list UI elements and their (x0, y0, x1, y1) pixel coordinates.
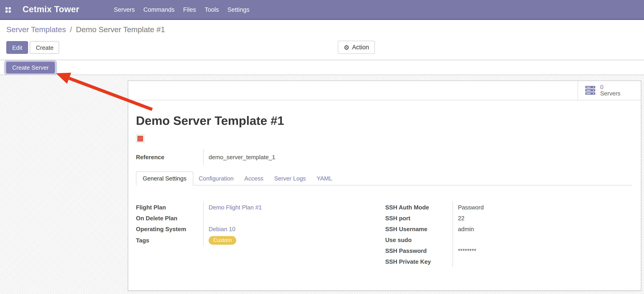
field-row-ssh-port: SSH port 22 (385, 213, 632, 223)
ssh-auth-mode-label: SSH Auth Mode (385, 202, 452, 213)
sheet-body: Demo Server Template #1 Reference demo_s… (128, 113, 641, 267)
ssh-port-value: 22 (452, 213, 632, 223)
reference-value: demo_server_template_1 (203, 149, 632, 165)
statusbar: Create Server (0, 60, 644, 75)
ssh-username-value: admin (452, 223, 632, 234)
servers-count: 0 (600, 84, 620, 90)
tab-configuration[interactable]: Configuration (193, 172, 239, 185)
ssh-username-label: SSH Username (385, 223, 452, 234)
ssh-password-value: ******** (452, 245, 632, 256)
field-row-ssh-private-key: SSH Private Key (385, 256, 632, 267)
action-button[interactable]: ⚙ Action (338, 41, 375, 54)
field-row-ssh-auth-mode: SSH Auth Mode Password (385, 202, 632, 213)
reference-row: Reference demo_server_template_1 (136, 149, 632, 165)
operating-system-link[interactable]: Debian 10 (209, 225, 236, 232)
form-background: 0 Servers Demo Server Template #1 Refere… (0, 75, 644, 294)
field-row-use-sudo: Use sudo (385, 234, 632, 245)
operating-system-label: Operating System (136, 223, 203, 234)
tag-badge: Custom (209, 236, 236, 244)
group-left: Flight Plan Demo Flight Plan #1 On Delet… (136, 202, 380, 267)
menu-servers[interactable]: Servers (114, 6, 135, 13)
top-navbar: Cetmix Tower Servers Commands Files Tool… (0, 0, 644, 20)
field-row-operating-system: Operating System Debian 10 (136, 223, 380, 234)
edit-button[interactable]: Edit (6, 41, 28, 54)
breadcrumb-separator: / (68, 25, 74, 34)
field-row-on-delete-plan: On Delete Plan (136, 213, 380, 223)
use-sudo-value (452, 234, 632, 245)
record-title: Demo Server Template #1 (136, 113, 632, 128)
tab-access[interactable]: Access (239, 172, 269, 185)
color-swatch (136, 134, 144, 143)
app-brand[interactable]: Cetmix Tower (22, 0, 79, 19)
flight-plan-label: Flight Plan (136, 202, 203, 213)
menu-files[interactable]: Files (183, 6, 196, 13)
create-server-button[interactable]: Create Server (6, 62, 55, 74)
group-right: SSH Auth Mode Password SSH port 22 SSH U… (385, 202, 632, 267)
create-button[interactable]: Create (30, 41, 60, 54)
action-button-label: Action (352, 44, 369, 51)
ssh-port-label: SSH port (385, 213, 452, 223)
flight-plan-link[interactable]: Demo Flight Plan #1 (209, 204, 262, 211)
ssh-auth-mode-value: Password (452, 202, 632, 213)
tab-server-logs[interactable]: Server Logs (269, 172, 311, 185)
ssh-private-key-label: SSH Private Key (385, 256, 452, 267)
field-row-tags: Tags Custom (136, 234, 380, 246)
field-row-ssh-username: SSH Username admin (385, 223, 632, 234)
field-row-ssh-password: SSH Password ******** (385, 245, 632, 256)
servers-stat-label: Servers (600, 90, 620, 97)
breadcrumb: Server Templates / Demo Server Template … (6, 25, 165, 35)
ssh-password-label: SSH Password (385, 245, 452, 256)
on-delete-plan-value (203, 213, 380, 223)
tags-label: Tags (136, 234, 203, 246)
notebook-tabs: General Settings Configuration Access Se… (136, 172, 632, 186)
gear-icon: ⚙ (344, 44, 349, 50)
ssh-private-key-value (452, 256, 632, 267)
on-delete-plan-label: On Delete Plan (136, 213, 203, 223)
use-sudo-label: Use sudo (385, 234, 452, 245)
tab-yaml[interactable]: YAML (311, 172, 338, 185)
apps-grid-icon[interactable] (6, 7, 11, 13)
record-buttons: Edit Create (6, 41, 60, 54)
menu-tools[interactable]: Tools (204, 6, 219, 13)
reference-label: Reference (136, 149, 203, 165)
page: Cetmix Tower Servers Commands Files Tool… (0, 0, 644, 294)
field-groups: Flight Plan Demo Flight Plan #1 On Delet… (136, 202, 632, 267)
server-rack-icon (585, 86, 596, 95)
servers-stat-button[interactable]: 0 Servers (578, 81, 641, 100)
field-row-flight-plan: Flight Plan Demo Flight Plan #1 (136, 202, 380, 213)
breadcrumb-parent-link[interactable]: Server Templates (6, 25, 66, 34)
breadcrumb-current: Demo Server Template #1 (76, 25, 165, 34)
tab-general-settings[interactable]: General Settings (136, 172, 193, 186)
control-panel: Server Templates / Demo Server Template … (0, 20, 644, 60)
menu-settings[interactable]: Settings (228, 6, 250, 13)
menu-commands[interactable]: Commands (144, 6, 174, 13)
button-box: 0 Servers (128, 81, 641, 100)
main-menu: Servers Commands Files Tools Settings (114, 0, 258, 19)
record-sheet: 0 Servers Demo Server Template #1 Refere… (128, 80, 641, 291)
